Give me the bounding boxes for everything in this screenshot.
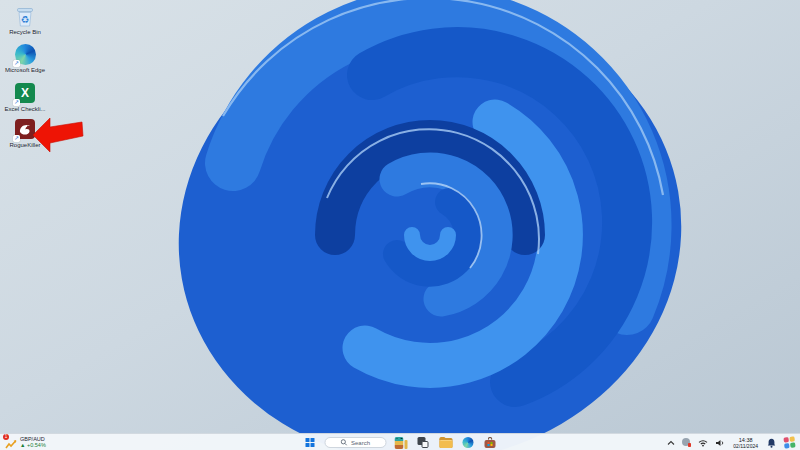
volume-button[interactable] [714,435,726,450]
clock-button[interactable]: 14:38 02/11/2024 [731,435,760,450]
microsoft-store-button[interactable] [483,435,498,450]
desktop-icon-recycle-bin[interactable]: ♻ Recycle Bin [2,6,48,36]
notification-bell-button[interactable] [765,435,777,450]
search-box[interactable]: Search [325,437,387,449]
tray-app-alert-icon [682,438,691,447]
windows-start-icon [305,438,315,448]
task-view-button[interactable] [416,435,431,450]
notification-bell-icon [767,438,776,448]
edge-browser-icon: ↗ [14,44,36,66]
svg-text:♻: ♻ [21,14,30,25]
desktop-icon-microsoft-edge[interactable]: ↗ Microsoft Edge [2,44,48,74]
network-button[interactable] [697,435,709,450]
recycle-bin-icon: ♻ [14,6,36,28]
microsoft-store-icon [484,437,496,449]
desktop-icon-excel-checklist[interactable]: X ↗ Excel Checkli... [2,82,48,113]
chevron-up-icon [667,440,675,446]
start-button[interactable] [303,435,318,450]
stock-change-label: ▲ +0.54% [20,442,46,448]
excel-icon: X ↗ [14,83,36,105]
tray-chevron-button[interactable] [665,435,676,450]
copilot-button[interactable] [782,435,796,450]
edge-browser-button[interactable] [461,435,476,450]
desktop-icon-label: Microsoft Edge [2,67,48,74]
tray-app-alert-button[interactable] [681,435,692,450]
clock-date: 02/11/2024 [733,443,758,449]
windows-desktop: ♻ Recycle Bin ↗ Microsoft Edge X ↗ Excel… [0,0,800,450]
wifi-icon [698,439,708,447]
pinned-app-mask-button[interactable] [394,435,409,450]
red-arrow-annotation-icon [30,112,88,158]
shortcut-arrow-icon: ↗ [13,135,20,142]
taskbar: 1 GBP/AUD ▲ +0.54% Search [0,433,800,450]
stocks-chart-icon: 1 [5,436,17,448]
search-icon [341,439,348,446]
desktop-icon-label: Recycle Bin [2,29,48,36]
volume-icon [715,439,725,447]
widgets-button[interactable]: 1 GBP/AUD ▲ +0.54% [5,434,46,449]
file-explorer-icon [439,437,452,448]
edge-browser-icon [462,437,474,449]
search-placeholder-label: Search [351,440,370,446]
file-explorer-button[interactable] [438,435,454,450]
shortcut-arrow-icon: ↗ [13,60,20,67]
trend-up-icon: ▲ [20,442,25,448]
wallpaper-bloom-image [0,0,800,450]
widget-badge: 1 [3,434,9,440]
shortcut-arrow-icon: ↗ [13,99,20,106]
copilot-icon [783,436,795,448]
mask-app-icon [395,437,407,449]
task-view-icon [418,437,429,448]
